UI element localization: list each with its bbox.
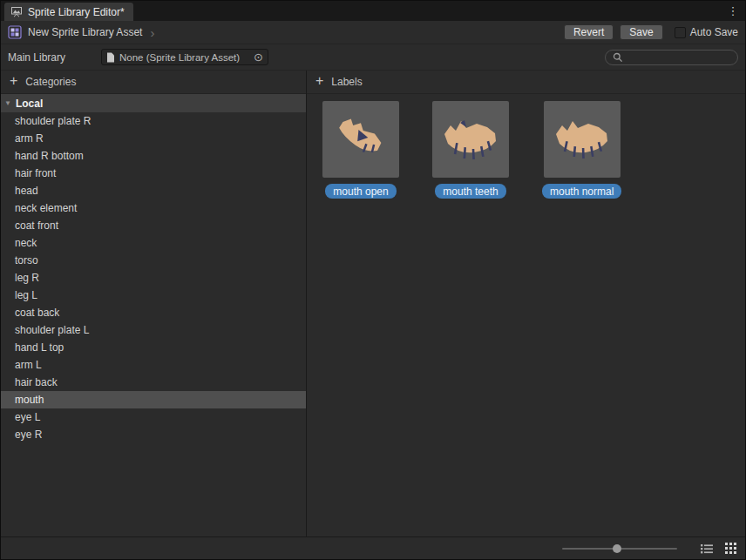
- content-area: + Categories ▼ Local shoulder plate R ar…: [1, 71, 745, 536]
- category-item[interactable]: hand R bottom: [1, 147, 306, 165]
- category-item-label: torso: [15, 254, 38, 267]
- labels-panel: + Labels mou: [307, 71, 745, 536]
- category-item-label: neck element: [15, 202, 77, 214]
- toolbar-actions: Revert Save Auto Save: [558, 24, 738, 40]
- categories-title: Categories: [25, 76, 76, 88]
- asset-file-icon: [106, 52, 115, 63]
- category-item-label: hand R bottom: [15, 150, 84, 162]
- label-card-mouth-open[interactable]: mouth open: [322, 101, 399, 199]
- category-item[interactable]: coat front: [1, 217, 306, 234]
- categories-panel: + Categories ▼ Local shoulder plate R ar…: [1, 71, 307, 536]
- asset-toolbar: New Sprite Library Asset › Revert Save A…: [1, 21, 745, 44]
- sprite-thumbnail: [432, 101, 509, 178]
- grid-view-icon: [725, 543, 736, 554]
- category-item-label: hair back: [15, 376, 58, 388]
- category-item-label: shoulder plate L: [15, 324, 89, 336]
- main-library-object-field[interactable]: None (Sprite Library Asset) ⊙: [101, 49, 268, 65]
- sprite-mouth-normal: [551, 108, 614, 171]
- sprite-mouth-open: [329, 108, 392, 171]
- category-item[interactable]: head: [1, 182, 306, 199]
- local-group-label: Local: [16, 98, 43, 110]
- category-item[interactable]: neck: [1, 234, 306, 252]
- label-name-badge[interactable]: mouth teeth: [435, 184, 505, 199]
- category-item[interactable]: hand L top: [1, 339, 306, 356]
- category-item-label: neck: [15, 237, 37, 249]
- category-item-label: leg L: [15, 289, 37, 301]
- sprite-library-asset-icon: [8, 25, 22, 39]
- main-library-label: Main Library: [8, 51, 101, 64]
- tab-bar: Sprite Library Editor* ⋮: [1, 1, 745, 21]
- category-item-label: mouth: [15, 394, 44, 406]
- slider-knob[interactable]: [613, 544, 621, 553]
- sprite-library-editor-window: Sprite Library Editor* ⋮ New Sprite Libr…: [0, 0, 746, 560]
- add-category-icon[interactable]: +: [10, 74, 17, 88]
- category-item-label: shoulder plate R: [15, 115, 91, 127]
- local-foldout[interactable]: ▼ Local: [1, 94, 306, 112]
- category-item[interactable]: torso: [1, 252, 306, 269]
- tab-sprite-library-editor[interactable]: Sprite Library Editor*: [4, 3, 133, 21]
- search-field[interactable]: [605, 50, 738, 65]
- category-item-label: head: [15, 185, 38, 197]
- object-picker-icon[interactable]: ⊙: [252, 51, 265, 63]
- category-item[interactable]: leg L: [1, 287, 306, 304]
- label-grid: mouth open mouth t: [307, 94, 745, 199]
- save-button[interactable]: Save: [620, 24, 662, 40]
- categories-header: + Categories: [1, 71, 306, 94]
- category-item-label: hand L top: [15, 341, 64, 354]
- add-label-icon[interactable]: +: [315, 74, 323, 88]
- sprite-library-editor-icon: [10, 6, 23, 17]
- grid-view-button[interactable]: [722, 541, 738, 557]
- main-library-row: Main Library None (Sprite Library Asset)…: [1, 44, 745, 71]
- category-item[interactable]: arm R: [1, 130, 306, 147]
- category-item[interactable]: coat back: [1, 304, 306, 321]
- category-item-label: coat back: [15, 307, 59, 319]
- category-item[interactable]: hair front: [1, 165, 306, 182]
- labels-header: + Labels: [307, 71, 745, 94]
- auto-save-checkbox[interactable]: [675, 27, 686, 38]
- label-name-badge[interactable]: mouth open: [325, 184, 396, 199]
- auto-save-label: Auto Save: [690, 26, 738, 38]
- category-item[interactable]: eye L: [1, 408, 306, 426]
- breadcrumb-chevron-icon: ›: [150, 26, 154, 39]
- object-field-value: None (Sprite Library Asset): [119, 52, 248, 63]
- revert-button[interactable]: Revert: [564, 24, 614, 40]
- category-item[interactable]: shoulder plate R: [1, 112, 306, 130]
- category-item[interactable]: eye R: [1, 426, 306, 443]
- thumbnail-size-slider[interactable]: [562, 543, 677, 555]
- label-name-badge[interactable]: mouth normal: [542, 184, 621, 199]
- category-list: shoulder plate R arm R hand R bottom hai…: [1, 112, 306, 536]
- category-item-label: eye R: [15, 428, 42, 441]
- sprite-thumbnail: [322, 101, 399, 178]
- tab-title: Sprite Library Editor*: [28, 6, 125, 18]
- category-item-label: leg R: [15, 272, 39, 284]
- bottom-bar: [1, 536, 745, 559]
- category-item[interactable]: neck element: [1, 199, 306, 217]
- label-card-mouth-normal[interactable]: mouth normal: [542, 101, 621, 199]
- list-view-button[interactable]: [699, 541, 715, 557]
- category-item[interactable]: shoulder plate L: [1, 321, 306, 339]
- category-item[interactable]: leg R: [1, 269, 306, 287]
- category-item[interactable]: hair back: [1, 374, 306, 391]
- kebab-menu-icon[interactable]: ⋮: [726, 3, 740, 18]
- label-card-mouth-teeth[interactable]: mouth teeth: [432, 101, 509, 199]
- category-item-label: arm R: [15, 132, 44, 145]
- sprite-thumbnail: [544, 101, 621, 178]
- list-view-icon: [701, 543, 713, 554]
- search-input[interactable]: [627, 51, 730, 64]
- breadcrumb-asset-name[interactable]: New Sprite Library Asset: [28, 26, 142, 38]
- labels-title: Labels: [331, 76, 362, 88]
- category-item[interactable]: mouth: [1, 391, 306, 408]
- category-item-label: hair front: [15, 167, 56, 179]
- foldout-arrow-icon: ▼: [4, 100, 11, 107]
- category-item-label: arm L: [15, 359, 42, 371]
- category-item-label: eye L: [15, 411, 40, 423]
- search-icon: [613, 52, 623, 63]
- sprite-mouth-teeth: [439, 108, 502, 171]
- category-item-label: coat front: [15, 219, 58, 232]
- category-item[interactable]: arm L: [1, 356, 306, 374]
